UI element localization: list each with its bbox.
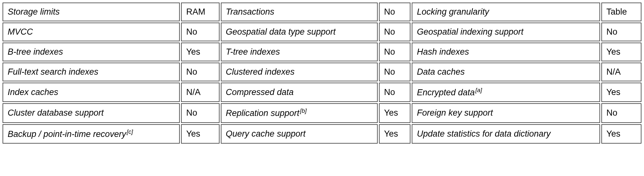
feature-value: No — [181, 103, 219, 123]
feature-value: No — [379, 23, 410, 41]
feature-label-text: Full-text search indexes — [8, 67, 98, 77]
feature-value: RAM — [181, 3, 219, 21]
feature-value: Yes — [601, 43, 641, 61]
footnote: [b] — [300, 107, 307, 114]
feature-value: No — [379, 83, 410, 102]
feature-label-text: Replication support — [226, 108, 299, 118]
feature-label: Storage limits — [3, 3, 180, 21]
feature-label: Encrypted data[a] — [412, 83, 600, 102]
feature-label-text: B-tree indexes — [8, 47, 63, 57]
feature-value: No — [379, 63, 410, 81]
feature-label: Locking granularity — [412, 3, 600, 21]
feature-label: Query cache support — [221, 124, 378, 144]
table-row: Storage limitsRAMTransactionsNoLocking g… — [3, 3, 641, 21]
feature-value: No — [601, 103, 641, 123]
table-row: MVCCNoGeospatial data type supportNoGeos… — [3, 23, 641, 41]
features-table: Storage limitsRAMTransactionsNoLocking g… — [1, 1, 643, 145]
feature-label-text: Clustered indexes — [226, 67, 295, 77]
feature-label-text: Encrypted data — [417, 88, 475, 97]
feature-value: No — [181, 63, 219, 81]
feature-value: N/A — [601, 63, 641, 81]
feature-value: N/A — [181, 83, 219, 102]
feature-label: Compressed data — [221, 83, 378, 102]
table-row: Backup / point-in-time recovery[c]YesQue… — [3, 124, 641, 144]
feature-value: Yes — [601, 124, 641, 144]
feature-label: Transactions — [221, 3, 378, 21]
feature-label-text: Transactions — [226, 7, 275, 17]
feature-label: Geospatial indexing support — [412, 23, 600, 41]
feature-label-text: T-tree indexes — [226, 47, 280, 57]
feature-label-text: Geospatial data type support — [226, 27, 336, 37]
feature-value: Table — [601, 3, 641, 21]
feature-value: Yes — [379, 103, 410, 123]
feature-label: Backup / point-in-time recovery[c] — [3, 124, 180, 144]
feature-label-text: Geospatial indexing support — [417, 27, 523, 37]
footnote: [a] — [475, 87, 482, 93]
feature-label-text: Hash indexes — [417, 47, 469, 57]
feature-label-text: Locking granularity — [417, 7, 489, 17]
feature-label: B-tree indexes — [3, 43, 180, 61]
feature-value: Yes — [379, 124, 410, 144]
feature-label: Clustered indexes — [221, 63, 378, 81]
feature-label-text: Storage limits — [8, 7, 60, 17]
feature-label: Index caches — [3, 83, 180, 102]
feature-label-text: Index caches — [8, 87, 58, 97]
feature-label: Replication support[b] — [221, 103, 378, 123]
table-row: Index cachesN/ACompressed dataNoEncrypte… — [3, 83, 641, 102]
footnote: [c] — [127, 128, 133, 135]
feature-label: T-tree indexes — [221, 43, 378, 61]
feature-label: Hash indexes — [412, 43, 600, 61]
feature-label: Update statistics for data dictionary — [412, 124, 600, 144]
feature-value: No — [379, 3, 410, 21]
feature-label: Foreign key support — [412, 103, 600, 123]
feature-value: No — [181, 23, 219, 41]
feature-label-text: Foreign key support — [417, 108, 493, 118]
feature-label: Full-text search indexes — [3, 63, 180, 81]
feature-label: Geospatial data type support — [221, 23, 378, 41]
feature-label: MVCC — [3, 23, 180, 41]
feature-label: Data caches — [412, 63, 600, 81]
feature-label-text: Backup / point-in-time recovery — [8, 129, 126, 139]
feature-label-text: Update statistics for data dictionary — [417, 129, 550, 139]
feature-label-text: Cluster database support — [8, 108, 104, 118]
table-row: Cluster database supportNoReplication su… — [3, 103, 641, 123]
feature-label-text: Compressed data — [226, 87, 294, 97]
feature-label-text: MVCC — [8, 27, 33, 37]
feature-value: Yes — [601, 83, 641, 102]
table-row: Full-text search indexesNoClustered inde… — [3, 63, 641, 81]
feature-label-text: Query cache support — [226, 129, 306, 139]
table-row: B-tree indexesYesT-tree indexesNoHash in… — [3, 43, 641, 61]
feature-label: Cluster database support — [3, 103, 180, 123]
feature-value: No — [601, 23, 641, 41]
feature-value: Yes — [181, 124, 219, 144]
feature-label-text: Data caches — [417, 67, 465, 77]
feature-value: No — [379, 43, 410, 61]
feature-value: Yes — [181, 43, 219, 61]
